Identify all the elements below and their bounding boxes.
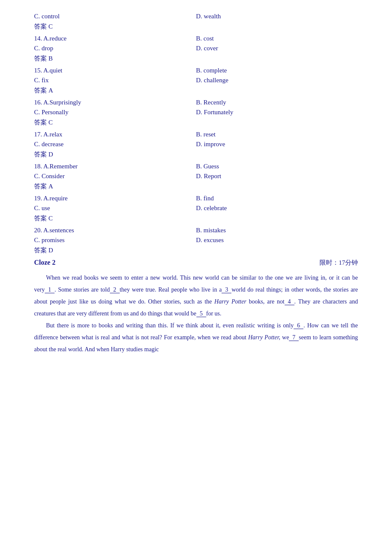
blank-6: 6 — [294, 322, 303, 329]
question-14: 14. A.reduce B. cost C. drop D. cover 答案… — [34, 35, 358, 63]
cloze2-passage: When we read books we seem to enter a ne… — [34, 272, 358, 356]
option-16d: D. Fortunately — [196, 109, 358, 116]
option-14c: C. drop — [34, 45, 196, 52]
harry-potter-ref-2: Harry Potter, — [248, 334, 280, 341]
question-18: 18. A.Remember B. Guess C. Consider D. R… — [34, 163, 358, 191]
answer-16: 答案 C — [34, 119, 358, 127]
option-14d: D. cover — [196, 45, 358, 52]
passage-paragraph-1: When we read books we seem to enter a ne… — [34, 272, 358, 320]
question-20: 20. A.sentences B. mistakes C. promises … — [34, 227, 358, 254]
option-17b: B. reset — [196, 131, 358, 138]
option-15a: 15. A.quiet — [34, 67, 196, 74]
cloze2-header: Cloze 2 限时：17分钟 — [34, 259, 358, 267]
answer-15: 答案 A — [34, 87, 358, 95]
option-20a: 20. A.sentences — [34, 227, 196, 234]
answer-13: 答案 C — [34, 23, 358, 31]
option-18b: B. Guess — [196, 163, 358, 170]
option-20d: D. excuses — [196, 237, 358, 244]
option-19b: B. find — [196, 195, 358, 202]
option-13d: D. wealth — [196, 13, 358, 20]
option-20c: C. promises — [34, 237, 196, 244]
option-14a: 14. A.reduce — [34, 35, 196, 42]
option-14b: B. cost — [196, 35, 358, 42]
option-18d: D. Report — [196, 173, 358, 180]
cloze2-time: 限时：17分钟 — [320, 259, 358, 267]
question-15: 15. A.quiet B. complete C. fix D. challe… — [34, 67, 358, 95]
answer-20: 答案 D — [34, 246, 358, 254]
answer-17: 答案 D — [34, 150, 358, 159]
answer-14: 答案 B — [34, 55, 358, 63]
option-18c: C. Consider — [34, 173, 196, 180]
blank-4: 4 — [285, 298, 294, 305]
option-18a: 18. A.Remember — [34, 163, 196, 170]
answer-18: 答案 A — [34, 182, 358, 191]
question-16: 16. A.Surprisingly B. Recently C. Person… — [34, 99, 358, 127]
harry-potter-ref-1: Harry Potter — [214, 298, 246, 305]
answer-19: 答案 C — [34, 214, 358, 223]
cloze2-title: Cloze 2 — [34, 259, 55, 267]
option-17d: D. improve — [196, 141, 358, 148]
blank-1: 1 — [45, 286, 55, 293]
option-16b: B. Recently — [196, 99, 358, 106]
option-19c: C. use — [34, 205, 196, 212]
option-15c: C. fix — [34, 77, 196, 84]
blank-5: 5 — [196, 310, 206, 317]
option-15b: B. complete — [196, 67, 358, 74]
option-16c: C. Personally — [34, 109, 196, 116]
option-19a: 19. A.require — [34, 195, 196, 202]
question-19: 19. A.require B. find C. use D. celebrat… — [34, 195, 358, 223]
passage-paragraph-2: But there is more to books and writing t… — [34, 320, 358, 356]
question-17: 17. A.relax B. reset C. decrease D. impr… — [34, 131, 358, 159]
question-13-cd: C. control D. wealth 答案 C — [34, 13, 358, 31]
option-15d: D. challenge — [196, 77, 358, 84]
option-17c: C. decrease — [34, 141, 196, 148]
option-20b: B. mistakes — [196, 227, 358, 234]
blank-2: 2 — [110, 286, 120, 293]
option-17a: 17. A.relax — [34, 131, 196, 138]
blank-7: 7 — [289, 334, 299, 341]
option-16a: 16. A.Surprisingly — [34, 99, 196, 106]
blank-3: 3 — [222, 286, 231, 293]
option-13c: C. control — [34, 13, 196, 20]
option-19d: D. celebrate — [196, 205, 358, 212]
